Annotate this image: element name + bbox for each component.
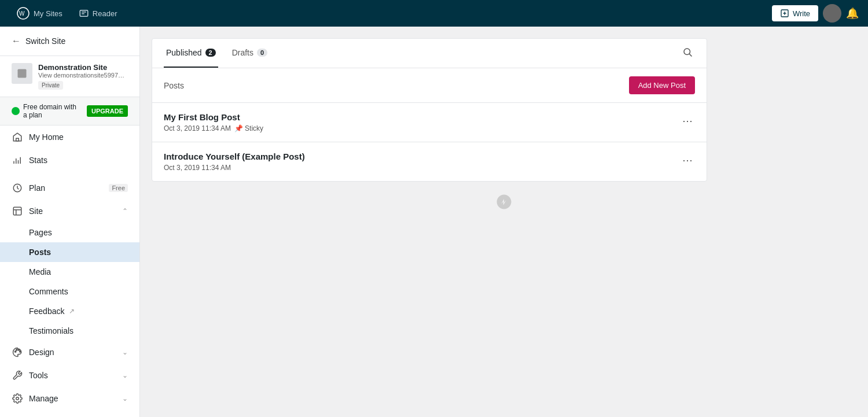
tab-published-label: Published [166, 48, 202, 57]
tab-published-count: 2 [205, 49, 216, 57]
tab-published[interactable]: Published 2 [164, 39, 218, 68]
svg-point-25 [684, 49, 690, 55]
site-info: Demonstration Site View demonstrationsit… [0, 56, 139, 97]
switch-site-button[interactable]: ← Switch Site [0, 27, 139, 56]
testimonials-label: Testimonials [29, 326, 73, 335]
notifications-bell-icon[interactable]: 🔔 [846, 7, 859, 20]
media-label: Media [29, 267, 51, 276]
content-card: Published 2 Drafts 0 Posts Add New Post [152, 38, 707, 182]
tab-drafts-count: 0 [257, 49, 267, 57]
tools-chevron-icon: ⌄ [122, 371, 128, 379]
svg-point-19 [16, 349, 17, 350]
free-domain-label: Free domain with a plan [23, 103, 82, 119]
design-label: Design [29, 348, 116, 357]
svg-rect-8 [18, 69, 27, 78]
search-icon [682, 47, 693, 57]
sidebar-subitem-posts[interactable]: Posts [0, 242, 139, 262]
post-date-2: Oct 3, 2019 11:34 AM [164, 164, 231, 172]
pin-icon: 📌 [234, 124, 243, 132]
top-nav-left: W My Sites Reader [9, 3, 124, 24]
wp-footer [152, 182, 856, 226]
svg-point-22 [16, 397, 19, 400]
sidebar-subitem-feedback[interactable]: Feedback ↗ [0, 301, 139, 321]
sidebar-item-my-home[interactable]: My Home [0, 126, 139, 149]
top-nav: W My Sites Reader Write 🔔 [0, 0, 868, 27]
svg-rect-15 [13, 207, 21, 215]
post-info-1: My First Blog Post Oct 3, 2019 11:34 AM … [164, 112, 263, 132]
reader-label: Reader [93, 9, 117, 18]
posts-section-title: Posts [164, 81, 184, 90]
plan-label: Plan [29, 183, 103, 193]
user-avatar[interactable] [823, 4, 841, 23]
sidebar-item-stats[interactable]: Stats [0, 149, 139, 172]
sidebar: ← Switch Site Demonstration Site View de… [0, 27, 140, 417]
table-row: Introduce Yourself (Example Post) Oct 3,… [152, 142, 707, 181]
write-icon [780, 9, 789, 18]
manage-label: Manage [29, 394, 116, 403]
svg-point-21 [20, 351, 21, 352]
add-new-post-button[interactable]: Add New Post [629, 76, 695, 94]
svg-line-26 [689, 54, 692, 56]
tools-icon [12, 370, 23, 381]
plan-badge: Free [109, 184, 128, 192]
sidebar-subitem-comments[interactable]: Comments [0, 282, 139, 301]
svg-text:W: W [19, 10, 25, 17]
sticky-badge-1: 📌 Sticky [234, 124, 263, 132]
sidebar-subitem-media[interactable]: Media [0, 262, 139, 282]
site-nav-icon [12, 205, 23, 217]
my-sites-nav-item[interactable]: W My Sites [9, 3, 69, 24]
sidebar-item-manage[interactable]: Manage ⌄ [0, 387, 139, 410]
comments-label: Comments [29, 287, 68, 296]
post-actions-menu-1[interactable]: ⋯ [680, 112, 695, 130]
wordpress-logo-icon: W [16, 6, 30, 20]
back-arrow-icon: ← [12, 36, 21, 46]
green-dot-icon [12, 107, 20, 115]
my-sites-label: My Sites [34, 9, 62, 18]
site-label: Site [29, 206, 116, 216]
pages-label: Pages [29, 228, 52, 237]
sidebar-item-design[interactable]: Design ⌄ [0, 341, 139, 364]
sidebar-subitem-testimonials[interactable]: Testimonials [0, 321, 139, 341]
tab-drafts[interactable]: Drafts 0 [230, 39, 270, 68]
posts-label: Posts [29, 248, 51, 257]
post-title-1[interactable]: My First Blog Post [164, 112, 263, 122]
sidebar-item-site[interactable]: Site ⌃ [0, 200, 139, 223]
post-actions-menu-2[interactable]: ⋯ [680, 152, 695, 169]
my-home-label: My Home [29, 132, 128, 142]
write-button[interactable]: Write [772, 5, 818, 21]
sticky-label-1: Sticky [245, 124, 263, 132]
tools-label: Tools [29, 371, 116, 380]
table-row: My First Blog Post Oct 3, 2019 11:34 AM … [152, 103, 707, 142]
feedback-label: Feedback [29, 307, 64, 316]
manage-chevron-icon: ⌄ [122, 394, 128, 403]
stats-icon [12, 154, 23, 166]
top-nav-right: Write 🔔 [772, 4, 859, 23]
tabs-bar: Published 2 Drafts 0 [152, 39, 707, 68]
sidebar-subitem-pages[interactable]: Pages [0, 223, 139, 242]
site-name: Demonstration Site [38, 63, 128, 72]
posts-header: Posts Add New Post [152, 68, 707, 103]
sidebar-item-plan[interactable]: Plan Free [0, 176, 139, 200]
switch-site-label: Switch Site [25, 36, 65, 46]
free-domain-banner: Free domain with a plan UPGRADE [0, 97, 139, 126]
site-icon [12, 63, 32, 84]
post-meta-2: Oct 3, 2019 11:34 AM [164, 164, 305, 172]
design-chevron-icon: ⌄ [122, 348, 128, 356]
search-button[interactable] [680, 45, 695, 62]
upgrade-button[interactable]: UPGRADE [87, 105, 128, 117]
reader-nav-item[interactable]: Reader [72, 5, 124, 22]
svg-rect-9 [16, 138, 19, 141]
design-icon [12, 346, 23, 358]
post-info-2: Introduce Yourself (Example Post) Oct 3,… [164, 152, 305, 172]
feedback-external-icon: ↗ [69, 307, 75, 315]
stats-label: Stats [29, 156, 128, 165]
manage-icon [12, 393, 23, 404]
site-chevron-up-icon: ⌃ [122, 207, 128, 215]
write-label: Write [793, 9, 810, 18]
sidebar-item-tools[interactable]: Tools ⌄ [0, 364, 139, 387]
post-title-2[interactable]: Introduce Yourself (Example Post) [164, 152, 305, 161]
main-content: Published 2 Drafts 0 Posts Add New Post [140, 27, 868, 417]
site-url: View demonstrationsite599765121... [38, 72, 128, 79]
private-badge: Private [38, 81, 63, 90]
sidebar-item-wp-admin[interactable]: W WP Admin ↗ [0, 410, 139, 417]
